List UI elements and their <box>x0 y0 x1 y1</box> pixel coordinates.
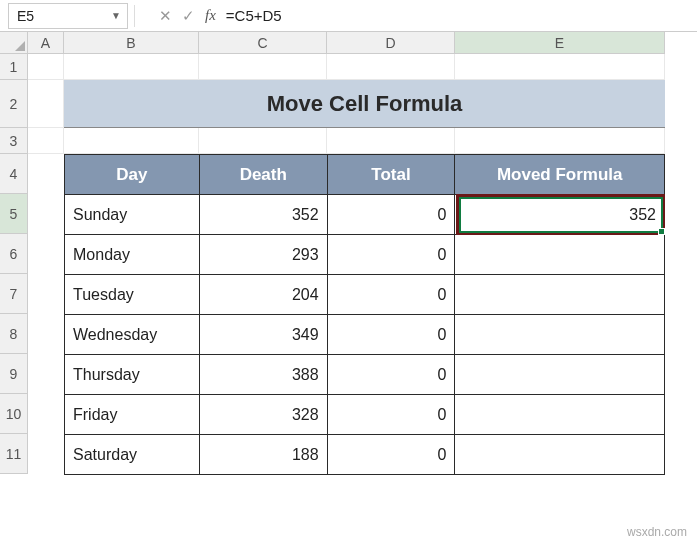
cell-B3[interactable] <box>64 128 199 154</box>
cell-B1[interactable] <box>64 54 199 80</box>
confirm-icon[interactable]: ✓ <box>182 7 195 25</box>
cell-total[interactable]: 0 <box>327 235 455 275</box>
cell-death[interactable]: 349 <box>199 315 327 355</box>
cell-death[interactable]: 204 <box>199 275 327 315</box>
row-header-10[interactable]: 10 <box>0 394 28 434</box>
cell-E1[interactable] <box>455 54 665 80</box>
table-row: Monday 293 0 <box>65 235 665 275</box>
header-moved[interactable]: Moved Formula <box>455 155 665 195</box>
cell-day[interactable]: Friday <box>65 395 200 435</box>
select-all-corner[interactable] <box>0 32 28 54</box>
divider <box>134 5 135 27</box>
table-row: Tuesday 204 0 <box>65 275 665 315</box>
cell-D3[interactable] <box>327 128 455 154</box>
header-death[interactable]: Death <box>199 155 327 195</box>
cell-D1[interactable] <box>327 54 455 80</box>
cell-total[interactable]: 0 <box>327 275 455 315</box>
cell-day[interactable]: Saturday <box>65 435 200 475</box>
header-day[interactable]: Day <box>65 155 200 195</box>
cell-C3[interactable] <box>199 128 327 154</box>
cell-total[interactable]: 0 <box>327 395 455 435</box>
cell-C1[interactable] <box>199 54 327 80</box>
title-text: Move Cell Formula <box>267 91 463 117</box>
cancel-icon[interactable]: ✕ <box>159 7 172 25</box>
cell-total[interactable]: 0 <box>327 195 455 235</box>
row-header-3[interactable]: 3 <box>0 128 28 154</box>
cell-A3[interactable] <box>28 128 64 154</box>
cell-death[interactable]: 188 <box>199 435 327 475</box>
row-header-11[interactable]: 11 <box>0 434 28 474</box>
table-row: Friday 328 0 <box>65 395 665 435</box>
col-header-C[interactable]: C <box>199 32 327 54</box>
col-header-E[interactable]: E <box>455 32 665 54</box>
cell-death[interactable]: 388 <box>199 355 327 395</box>
cell-total[interactable]: 0 <box>327 355 455 395</box>
cell-day[interactable]: Tuesday <box>65 275 200 315</box>
col-header-B[interactable]: B <box>64 32 199 54</box>
header-total[interactable]: Total <box>327 155 455 195</box>
cell-moved[interactable] <box>455 435 665 475</box>
cell-moved[interactable]: 352 <box>455 195 665 235</box>
cell-day[interactable]: Monday <box>65 235 200 275</box>
data-table: Day Death Total Moved Formula Sunday 352… <box>64 154 665 475</box>
table-row: Sunday 352 0 352 <box>65 195 665 235</box>
cell-moved[interactable] <box>455 235 665 275</box>
name-box[interactable]: E5 ▼ <box>8 3 128 29</box>
table-header-row: Day Death Total Moved Formula <box>65 155 665 195</box>
table-row: Saturday 188 0 <box>65 435 665 475</box>
formula-bar: E5 ▼ ✕ ✓ fx =C5+D5 <box>0 0 697 32</box>
cell-moved[interactable] <box>455 275 665 315</box>
row-headers: 1 2 3 4 5 6 7 8 9 10 11 <box>0 54 28 474</box>
row-header-4[interactable]: 4 <box>0 154 28 194</box>
row-header-6[interactable]: 6 <box>0 234 28 274</box>
row-header-5[interactable]: 5 <box>0 194 28 234</box>
row-header-1[interactable]: 1 <box>0 54 28 80</box>
cell-day[interactable]: Sunday <box>65 195 200 235</box>
name-box-value: E5 <box>17 8 34 24</box>
watermark: wsxdn.com <box>627 525 687 539</box>
cell-moved[interactable] <box>455 355 665 395</box>
col-header-A[interactable]: A <box>28 32 64 54</box>
fx-icon[interactable]: fx <box>205 7 216 24</box>
cell-day[interactable]: Thursday <box>65 355 200 395</box>
cell-A2[interactable] <box>28 80 64 128</box>
cell-death[interactable]: 328 <box>199 395 327 435</box>
formula-input[interactable]: =C5+D5 <box>216 7 697 24</box>
cell-E3[interactable] <box>455 128 665 154</box>
row-header-8[interactable]: 8 <box>0 314 28 354</box>
row-header-2[interactable]: 2 <box>0 80 28 128</box>
cell-total[interactable]: 0 <box>327 435 455 475</box>
cell-day[interactable]: Wednesday <box>65 315 200 355</box>
cell-moved[interactable] <box>455 315 665 355</box>
row-header-9[interactable]: 9 <box>0 354 28 394</box>
column-header-row: A B C D E <box>0 32 697 54</box>
cell-total[interactable]: 0 <box>327 315 455 355</box>
table-row: Thursday 388 0 <box>65 355 665 395</box>
cell-death[interactable]: 293 <box>199 235 327 275</box>
formula-bar-icons: ✕ ✓ fx <box>159 7 216 25</box>
worksheet[interactable]: Move Cell Formula Day Death Total Moved … <box>28 54 665 474</box>
row-header-7[interactable]: 7 <box>0 274 28 314</box>
cell-death[interactable]: 352 <box>199 195 327 235</box>
chevron-down-icon[interactable]: ▼ <box>111 10 121 21</box>
table-row: Wednesday 349 0 <box>65 315 665 355</box>
cell-A1[interactable] <box>28 54 64 80</box>
col-header-D[interactable]: D <box>327 32 455 54</box>
cell-moved[interactable] <box>455 395 665 435</box>
